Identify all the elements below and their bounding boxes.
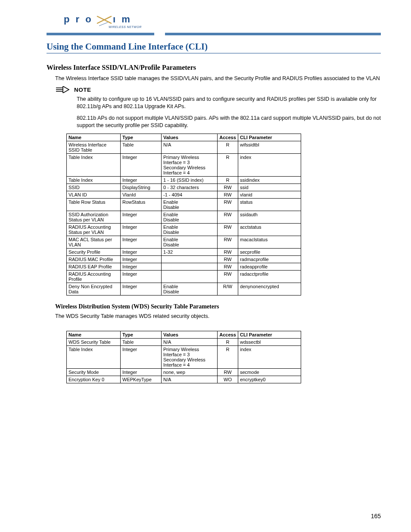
note-label: NOTE [74, 87, 91, 93]
col-access: Access [218, 331, 238, 339]
col-access: Access [218, 134, 238, 141]
table-cell: N/A [162, 376, 218, 383]
table-row: RADIUS MAC ProfileIntegerRWradmacprofile [67, 255, 301, 263]
table-cell: RW [218, 191, 238, 198]
col-values: Values [162, 134, 218, 141]
table-row: RADIUS EAP ProfileIntegerRWradeapprofile [67, 263, 301, 270]
table-row: Table Row StatusRowStatusEnableDisableRW… [67, 198, 301, 211]
table-cell: 1 - 16 (SSID index) [162, 176, 218, 184]
table-cell: Table [121, 141, 162, 153]
table-cell: RW [218, 211, 238, 223]
table-cell: ssid [238, 184, 301, 191]
table-cell: Integer [121, 346, 162, 369]
table-cell: RW [218, 184, 238, 191]
svg-text:WIRELESS NETWORKS: WIRELESS NETWORKS [109, 25, 141, 28]
table-cell: RW [218, 223, 238, 236]
table-cell: 1-32 [162, 248, 218, 255]
table-cell: RW [218, 236, 238, 248]
table-cell: VLAN ID [67, 191, 121, 198]
table-cell: Integer [121, 255, 162, 263]
table-header-row: Name Type Values Access CLI Parameter [67, 331, 301, 339]
table-cell: acctstatus [238, 223, 301, 236]
table-cell: Integer [121, 223, 162, 236]
table-cell: Encryption Key 0 [67, 376, 121, 383]
col-cli: CLI Parameter [238, 134, 301, 141]
table-cell: status [238, 198, 301, 211]
table-row: VLAN IDVlanId-1 - 4094RWvlanid [67, 191, 301, 198]
table-row: Deny Non Encrypted DataIntegerEnableDisa… [67, 283, 301, 295]
ssid-vlan-table: Name Type Values Access CLI Parameter Wi… [66, 134, 301, 296]
table-cell: R [218, 346, 238, 369]
col-name: Name [67, 331, 121, 339]
table-cell: SSID Authorization Status per VLAN [67, 211, 121, 223]
table-cell [162, 263, 218, 270]
table-row: Security ModeIntegernone, wepRWsecmode [67, 369, 301, 376]
table-cell [162, 270, 218, 283]
table-cell: encryptkey0 [238, 376, 301, 383]
header-bar [47, 33, 381, 35]
table-cell: WO [218, 376, 238, 383]
table-cell: R [218, 339, 238, 346]
table-cell: EnableDisable [162, 283, 218, 295]
table-cell: radeapprofile [238, 263, 301, 270]
table-cell: RADIUS Accounting Status per VLAN [67, 223, 121, 236]
table-cell: Table Index [67, 346, 121, 369]
table-cell: denynonencrypted [238, 283, 301, 295]
proxim-logo-icon: p r o ı m WIRELESS NETWORKS [64, 13, 141, 30]
table-cell [162, 255, 218, 263]
table-cell: Primary Wireless Interface = 3Secondary … [162, 346, 218, 369]
table-cell: RW [218, 198, 238, 211]
table-cell: WEPKeyType [121, 376, 162, 383]
table-cell: secprofile [238, 248, 301, 255]
col-type: Type [121, 331, 162, 339]
table-cell: R [218, 141, 238, 153]
table-cell: Integer [121, 236, 162, 248]
svg-marker-7 [63, 86, 69, 93]
table-cell: index [238, 346, 301, 369]
table-row: Security ProfileInteger1-32RWsecprofile [67, 248, 301, 255]
page-number: 165 [47, 513, 381, 520]
table-cell: vlanid [238, 191, 301, 198]
section-intro: The Wireless Interface SSID table manage… [55, 75, 381, 82]
table-cell: R [218, 176, 238, 184]
table-cell: Security Mode [67, 369, 121, 376]
table-cell: EnableDisable [162, 198, 218, 211]
table-cell: EnableDisable [162, 236, 218, 248]
table-cell: RW [218, 369, 238, 376]
table-cell: MAC ACL Status per VLAN [67, 236, 121, 248]
table-cell: wifssidtbl [238, 141, 301, 153]
table-cell: R/W [218, 283, 238, 295]
subsection-intro: The WDS Security Table manages WDS relat… [55, 313, 381, 320]
note-paragraph: The ability to configure up to 16 VLAN/S… [77, 96, 381, 110]
table-cell: ssidindex [238, 176, 301, 184]
table-cell: Wireless Interface SSID Table [67, 141, 121, 153]
note-paragraph: 802.11b APs do not support multiple VLAN… [77, 115, 381, 129]
table-cell: EnableDisable [162, 211, 218, 223]
note-arrow-icon [55, 86, 70, 93]
table-cell: EnableDisable [162, 223, 218, 236]
table-cell: RADIUS MAC Profile [67, 255, 121, 263]
table-cell: N/A [162, 339, 218, 346]
table-header-row: Name Type Values Access CLI Parameter [67, 134, 301, 141]
table-row: WDS Security TableTableN/ARwdssectbl [67, 339, 301, 346]
table-cell: RW [218, 270, 238, 283]
table-row: Wireless Interface SSID TableTableN/ARwi… [67, 141, 301, 153]
table-cell: RW [218, 263, 238, 270]
table-cell: macaclstatus [238, 236, 301, 248]
table-cell: RowStatus [121, 198, 162, 211]
table-cell: Security Profile [67, 248, 121, 255]
table-row: SSIDDisplayString0 - 32 charactersRWssid [67, 184, 301, 191]
table-cell: SSID [67, 184, 121, 191]
brand-logo: p r o ı m WIRELESS NETWORKS [47, 9, 381, 33]
section-heading: Wireless Interface SSID/VLAN/Profile Par… [47, 64, 381, 72]
table-row: Table IndexIntegerPrimary Wireless Inter… [67, 153, 301, 176]
svg-line-2 [99, 22, 108, 26]
svg-text:ı m: ı m [113, 14, 132, 25]
table-cell: secmode [238, 369, 301, 376]
table-cell: RADIUS EAP Profile [67, 263, 121, 270]
table-cell: RW [218, 248, 238, 255]
col-values: Values [162, 331, 218, 339]
table-cell: Table Index [67, 176, 121, 184]
table-cell: Table [121, 339, 162, 346]
table-cell: Deny Non Encrypted Data [67, 283, 121, 295]
